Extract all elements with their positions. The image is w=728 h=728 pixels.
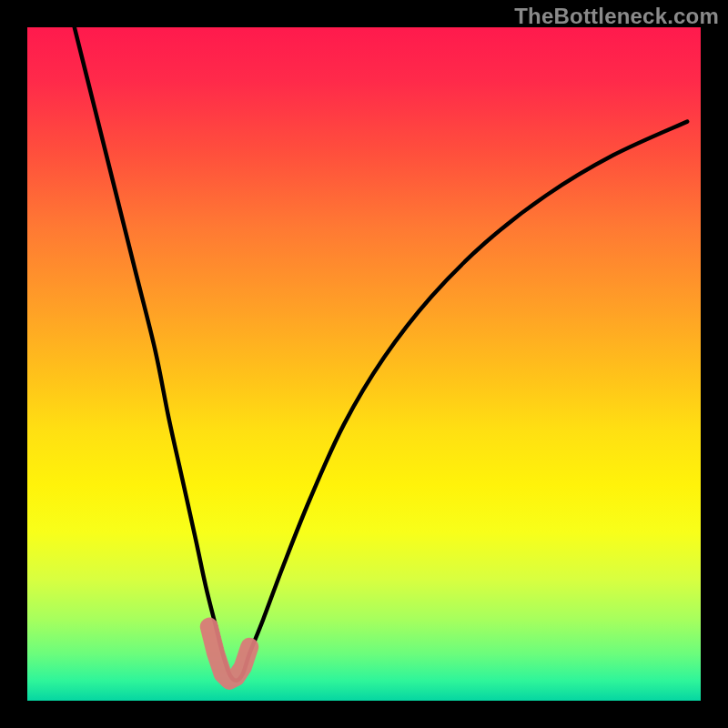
- main-curve: [75, 27, 687, 681]
- curve-layer: [27, 27, 701, 701]
- watermark-text: TheBottleneck.com: [514, 4, 719, 29]
- plot-area: [27, 27, 701, 701]
- chart-frame: TheBottleneck.com: [0, 0, 728, 728]
- highlight-markers: [209, 627, 249, 681]
